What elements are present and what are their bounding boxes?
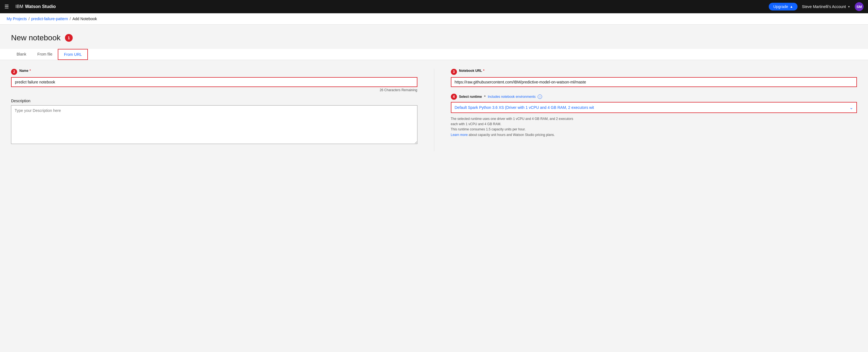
- logo-ibm: IBM: [16, 4, 23, 9]
- runtime-desc-line3: This runtime consumes 1.5 capacity units…: [451, 127, 526, 131]
- menu-icon[interactable]: ☰: [4, 4, 9, 10]
- step-1-badge: 1: [65, 34, 73, 42]
- chevron-down-icon: ⌄: [849, 105, 853, 110]
- breadcrumb-current: Add Notebook: [72, 17, 97, 21]
- tabs: Blank From file From URL: [0, 49, 868, 60]
- info-icon[interactable]: i: [538, 95, 542, 99]
- tab-from-file[interactable]: From file: [32, 49, 58, 60]
- upgrade-arrow-icon: ▲: [790, 5, 793, 8]
- left-column: 2 Name* 26 Characters Remaining Descript…: [11, 69, 434, 151]
- runtime-select[interactable]: Default Spark Python 3.6 XS (Driver with…: [451, 102, 857, 113]
- runtime-select-display: Default Spark Python 3.6 XS (Driver with…: [452, 102, 857, 113]
- runtime-field-group: 4 Select runtime * Includes notebook env…: [451, 94, 857, 137]
- breadcrumb-my-projects[interactable]: My Projects: [7, 17, 27, 21]
- runtime-desc-suffix: about capacity unit hours and Watson Stu…: [468, 133, 555, 137]
- url-label: Notebook URL*: [459, 69, 485, 73]
- name-field-group: 2 Name* 26 Characters Remaining: [11, 69, 417, 92]
- name-required-marker: *: [30, 69, 31, 73]
- runtime-description: The selected runtime uses one driver wit…: [451, 116, 857, 137]
- runtime-desc-line1: The selected runtime uses one driver wit…: [451, 117, 573, 121]
- account-selector[interactable]: Steve Martinelli's Account ▼: [802, 4, 850, 9]
- description-field-group: Description: [11, 99, 417, 145]
- app-logo: IBM Watson Studio: [16, 4, 56, 9]
- step-2-badge: 2: [11, 69, 17, 75]
- upgrade-label: Upgrade: [773, 4, 788, 9]
- account-name: Steve Martinelli's Account: [802, 4, 846, 9]
- url-label-row: 3 Notebook URL*: [451, 69, 857, 75]
- url-input[interactable]: [451, 77, 857, 87]
- breadcrumb-sep-2: /: [70, 17, 71, 21]
- avatar[interactable]: SM: [855, 2, 864, 11]
- step-3-badge: 3: [451, 69, 457, 75]
- breadcrumb-sep-1: /: [28, 17, 30, 21]
- upgrade-button[interactable]: Upgrade ▲: [769, 3, 798, 10]
- learn-more-link[interactable]: Learn more: [451, 133, 468, 137]
- main-content: New notebook 1 Blank From file From URL …: [0, 25, 868, 160]
- name-input[interactable]: [11, 77, 417, 87]
- right-column: 3 Notebook URL* 4 Select runtime * Inclu…: [434, 69, 857, 151]
- breadcrumb: My Projects / predict-failure-pattern / …: [0, 13, 868, 25]
- runtime-label: Select runtime: [459, 95, 482, 99]
- runtime-sublabel: Includes notebook environments: [488, 95, 536, 99]
- name-label: Name*: [19, 69, 31, 73]
- description-label: Description: [11, 99, 417, 103]
- tab-from-url[interactable]: From URL: [58, 49, 88, 60]
- name-label-row: 2 Name*: [11, 69, 417, 75]
- char-remaining: 26 Characters Remaining: [11, 88, 417, 92]
- logo-ws: Watson Studio: [25, 4, 56, 9]
- description-input[interactable]: [11, 105, 417, 144]
- app-header: ☰ IBM Watson Studio Upgrade ▲ Steve Mart…: [0, 0, 868, 13]
- runtime-label-row: 4 Select runtime * Includes notebook env…: [451, 94, 857, 100]
- runtime-desc-line2: each with 1 vCPU and 4 GB RAM.: [451, 122, 501, 126]
- form-columns: 2 Name* 26 Characters Remaining Descript…: [11, 69, 857, 151]
- page-title: New notebook: [11, 33, 61, 42]
- url-field-group: 3 Notebook URL*: [451, 69, 857, 87]
- tab-blank[interactable]: Blank: [11, 49, 32, 60]
- breadcrumb-project[interactable]: predict-failure-pattern: [31, 17, 68, 21]
- runtime-required-marker: *: [484, 95, 486, 99]
- page-title-row: New notebook 1: [11, 33, 857, 42]
- url-required-marker: *: [483, 69, 485, 73]
- chevron-down-icon: ▼: [847, 5, 850, 8]
- step-4-badge: 4: [451, 94, 457, 100]
